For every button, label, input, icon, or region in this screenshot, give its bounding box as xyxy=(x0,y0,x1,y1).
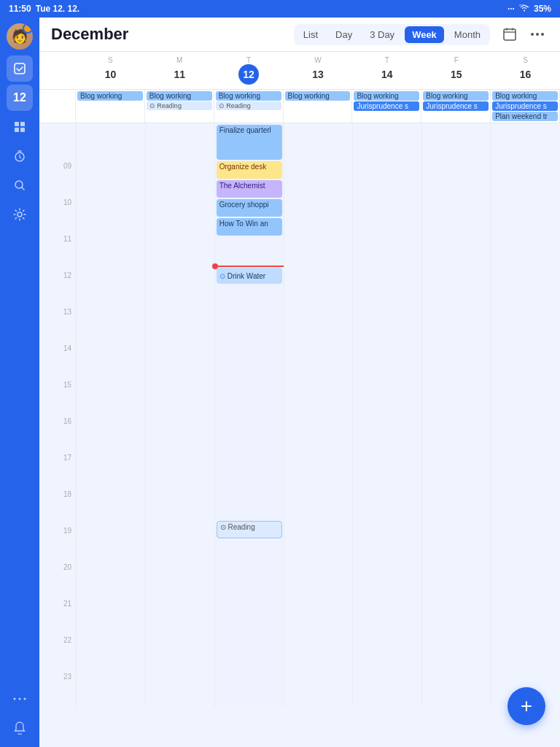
tab-list[interactable]: List xyxy=(296,26,325,43)
battery: 35% xyxy=(534,4,551,14)
calendar-header-top: December List Day 3 Day Week Month xyxy=(39,18,560,51)
time-label-15: 15 xyxy=(39,379,76,415)
day-header-5: F 15 xyxy=(421,52,491,89)
day-header-4: T 14 xyxy=(352,52,421,89)
event-howto[interactable]: How To Win an xyxy=(217,218,282,236)
time-label-17: 17 xyxy=(39,452,76,488)
allday-spacer xyxy=(39,90,76,123)
allday-monday: Blog working Reading xyxy=(145,90,214,123)
event-juris-fri[interactable]: Jurisprudence s xyxy=(423,101,489,111)
day-col-saturday[interactable] xyxy=(491,123,560,707)
add-event-button[interactable]: + xyxy=(508,687,545,725)
allday-wednesday: Blog working xyxy=(284,90,353,123)
allday-row: Blog working Blog working Reading Blog w… xyxy=(39,90,560,123)
day-col-friday[interactable] xyxy=(421,123,491,707)
day-col-thursday[interactable] xyxy=(352,123,421,707)
tab-day[interactable]: Day xyxy=(328,26,359,43)
more-options-icon[interactable] xyxy=(526,23,548,45)
sidebar-item-calendar[interactable]: 12 xyxy=(7,85,33,111)
date: Tue 12. 12. xyxy=(36,4,79,14)
sidebar-item-settings[interactable] xyxy=(7,201,33,228)
svg-rect-0 xyxy=(15,63,25,74)
time-label-12: 12 xyxy=(39,269,76,306)
sidebar-item-more[interactable] xyxy=(7,686,33,712)
time-label-11: 11 xyxy=(39,233,76,269)
event-juris-thu[interactable]: Jurisprudence s xyxy=(354,101,419,111)
day-header-3: W 13 xyxy=(284,52,353,89)
svg-point-9 xyxy=(19,698,21,700)
svg-rect-3 xyxy=(15,128,19,132)
event-alchemist[interactable]: The Alchemist xyxy=(217,180,282,198)
event-blog-tue[interactable]: Blog working xyxy=(216,91,281,101)
event-blog-sun[interactable]: Blog working xyxy=(77,91,143,101)
time-label-19: 19 xyxy=(39,525,76,561)
day-header-2[interactable]: T 12 xyxy=(214,52,284,89)
tab-month[interactable]: Month xyxy=(447,26,488,43)
svg-point-7 xyxy=(18,212,22,217)
allday-friday: Blog working Jurisprudence s xyxy=(421,90,491,123)
time-column: 09 10 11 12 13 14 15 16 17 18 19 20 21 2… xyxy=(39,123,76,707)
time-grid: 09 10 11 12 13 14 15 16 17 18 19 20 21 2… xyxy=(39,123,560,707)
svg-rect-1 xyxy=(15,122,19,126)
day-col-sunday[interactable] xyxy=(76,123,145,707)
allday-tuesday: Blog working Reading xyxy=(214,90,284,123)
status-bar: 11:50 Tue 12. 12. ··· 35% xyxy=(0,0,560,18)
calendar-view-icon[interactable] xyxy=(499,23,521,45)
calendar-body[interactable]: 09 10 11 12 13 14 15 16 17 18 19 20 21 2… xyxy=(39,123,560,747)
day-header-0: S 10 xyxy=(76,52,145,89)
status-left: 11:50 Tue 12. 12. xyxy=(9,4,79,14)
sidebar-item-bell[interactable] xyxy=(7,715,33,741)
svg-rect-4 xyxy=(20,128,25,132)
tab-3day[interactable]: 3 Day xyxy=(362,26,402,43)
plus-icon: + xyxy=(521,694,532,718)
event-reading-mon[interactable]: Reading xyxy=(147,101,212,110)
time-label-10: 10 xyxy=(39,196,76,233)
event-organize[interactable]: Organize desk xyxy=(217,161,282,179)
event-drink-water[interactable]: ⊙ Drink Water xyxy=(217,268,282,284)
day-col-wednesday[interactable] xyxy=(284,123,353,707)
time: 11:50 xyxy=(9,4,31,14)
day-col-tuesday[interactable]: Finalize quarterl Organize desk The Alch… xyxy=(214,123,284,707)
app-container: 🧑 12 xyxy=(0,18,560,747)
sidebar-date-number: 12 xyxy=(13,92,26,104)
day-headers: S 10 M 11 T 12 W 13 T 14 F 15 xyxy=(39,52,560,90)
tab-week[interactable]: Week xyxy=(405,26,444,43)
time-label-18: 18 xyxy=(39,488,76,525)
day-col-monday[interactable] xyxy=(145,123,214,707)
time-label-20: 20 xyxy=(39,561,76,597)
calendar-title: December xyxy=(51,25,285,44)
svg-rect-11 xyxy=(504,29,516,40)
event-blog-thu[interactable]: Blog working xyxy=(354,91,419,101)
event-blog-mon[interactable]: Blog working xyxy=(147,91,212,101)
calendar-header: December List Day 3 Day Week Month xyxy=(39,18,560,52)
time-label-21: 21 xyxy=(39,597,76,634)
svg-point-12 xyxy=(531,33,534,36)
wifi-icon xyxy=(519,4,529,14)
svg-point-8 xyxy=(14,698,16,700)
event-reading-tue[interactable]: Reading xyxy=(216,101,281,110)
sidebar-item-tasks[interactable] xyxy=(7,55,33,82)
allday-sunday: Blog working xyxy=(76,90,145,123)
event-blog-fri[interactable]: Blog working xyxy=(423,91,489,101)
sidebar-item-grid[interactable] xyxy=(7,114,33,140)
avatar[interactable]: 🧑 xyxy=(7,23,33,50)
event-plan-sat[interactable]: Plan weekend tr xyxy=(492,112,558,121)
view-tabs: List Day 3 Day Week Month xyxy=(294,24,490,45)
sidebar-item-search[interactable] xyxy=(7,172,33,198)
time-label-13: 13 xyxy=(39,306,76,342)
day-header-6: S 16 xyxy=(491,52,560,89)
sidebar-item-timer[interactable] xyxy=(7,143,33,169)
sidebar: 🧑 12 xyxy=(0,18,39,747)
svg-point-14 xyxy=(541,33,544,36)
allday-thursday: Blog working Jurisprudence s xyxy=(352,90,421,123)
time-label-14: 14 xyxy=(39,342,76,379)
event-juris-sat[interactable]: Jurisprudence s xyxy=(492,101,558,111)
event-blog-sat[interactable]: Blog working xyxy=(492,91,558,101)
svg-point-10 xyxy=(24,698,26,700)
dots-icon: ··· xyxy=(508,4,515,14)
event-finalize[interactable]: Finalize quarterl xyxy=(217,125,282,160)
event-blog-wed[interactable]: Blog working xyxy=(285,91,351,101)
event-reading-evening[interactable]: Reading xyxy=(217,521,282,538)
event-grocery[interactable]: Grocery shoppi xyxy=(217,199,282,217)
time-label-22: 22 xyxy=(39,634,76,670)
